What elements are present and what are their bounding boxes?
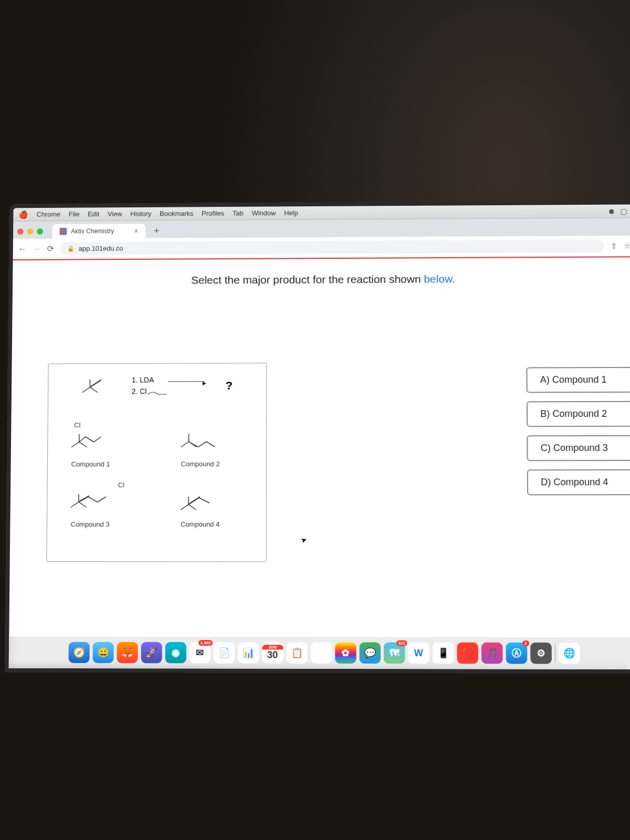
- menu-view[interactable]: View: [108, 210, 122, 218]
- lock-icon: 🔒: [67, 245, 75, 252]
- reaction-arrow-head: ▸: [203, 379, 206, 387]
- reload-button[interactable]: ⟳: [47, 244, 54, 254]
- menu-help[interactable]: Help: [284, 209, 298, 217]
- menu-tab[interactable]: Tab: [233, 209, 244, 217]
- dock-divider: [554, 644, 555, 663]
- dock-preview-icon[interactable]: 🖼: [310, 642, 331, 664]
- forward-button[interactable]: →: [33, 244, 41, 254]
- reagent-list: 1. LDA 2. Cl: [132, 374, 236, 397]
- maps-badge: 121: [396, 640, 407, 646]
- window-controls[interactable]: [17, 228, 43, 235]
- dock-reminders-icon[interactable]: 📋: [286, 642, 307, 663]
- compound-3-label: Compound 3: [71, 520, 110, 528]
- reagent-step1: 1. LDA: [132, 374, 236, 386]
- close-window-icon[interactable]: [17, 228, 24, 235]
- starting-material: [72, 369, 119, 401]
- dock-2-icon[interactable]: 🚫: [457, 643, 478, 664]
- answer-a-button[interactable]: A) Compound 1: [526, 367, 630, 393]
- answer-d-button[interactable]: D) Compound 4: [527, 469, 630, 495]
- compound-2-label: Compound 2: [181, 460, 219, 468]
- display-icon[interactable]: ▢: [620, 207, 627, 215]
- maximize-window-icon[interactable]: [37, 228, 43, 235]
- menu-profiles[interactable]: Profiles: [202, 209, 224, 217]
- dock-settings-icon[interactable]: ⚙: [530, 643, 552, 664]
- dock-messages-icon[interactable]: 💬: [359, 642, 380, 664]
- reagent-step2: 2. Cl: [132, 387, 147, 396]
- menu-window[interactable]: Window: [251, 209, 276, 217]
- dock-mail-icon[interactable]: ✉1,502: [189, 642, 210, 663]
- menu-bookmarks[interactable]: Bookmarks: [160, 209, 193, 217]
- dock-music-icon[interactable]: 🎵: [481, 643, 502, 664]
- back-button[interactable]: ←: [18, 244, 26, 254]
- tab-title: Aktiv Chemistry: [71, 227, 114, 235]
- answer-b-button[interactable]: B) Compound 2: [527, 401, 630, 427]
- compound-3-structure: [63, 484, 110, 515]
- dock-chrome-icon[interactable]: 🌐: [558, 643, 580, 664]
- compound-4-label: Compound 4: [181, 520, 219, 528]
- chrome-toolbar: ← → ⟳ 🔒 app.101edu.co ⇧ ☆: [13, 236, 630, 259]
- dock-safari-icon[interactable]: 🧭: [68, 642, 89, 663]
- store-badge: 2: [522, 640, 529, 646]
- dock-maps-icon[interactable]: 🗺121: [384, 643, 405, 664]
- dock-calendar-icon[interactable]: JUN30: [262, 642, 283, 663]
- cl-label-2: Cl: [118, 481, 124, 489]
- dock-1-icon[interactable]: 📱: [432, 643, 454, 664]
- dock-siri-icon[interactable]: ◉: [165, 642, 186, 663]
- menubar-status: ⏺ ▢: [607, 207, 630, 215]
- question-main: Select the major product for the reactio…: [191, 273, 424, 286]
- calendar-month: JUN: [262, 645, 283, 649]
- answer-c-button[interactable]: C) Compound 3: [527, 435, 630, 461]
- dock-finder-icon[interactable]: 😀: [92, 642, 113, 663]
- new-tab-button[interactable]: +: [150, 225, 163, 236]
- share-icon[interactable]: ⇧: [611, 241, 617, 250]
- dock-firefox-icon[interactable]: 🦊: [117, 642, 138, 663]
- question-link[interactable]: below.: [424, 273, 455, 285]
- apple-menu-icon[interactable]: 🍎: [18, 210, 28, 219]
- url-text: app.101edu.co: [79, 245, 123, 253]
- reaction-arrow-line: [168, 381, 205, 382]
- mouse-cursor-icon: ➤: [300, 534, 309, 544]
- bookmark-star-icon[interactable]: ☆: [624, 241, 630, 250]
- question-text: Select the major product for the reactio…: [28, 272, 621, 287]
- dock-textedit-icon[interactable]: 📄: [213, 642, 234, 663]
- tab-close-icon[interactable]: ×: [134, 227, 138, 235]
- calendar-day: 30: [267, 649, 278, 660]
- minimize-window-icon[interactable]: [27, 228, 34, 235]
- product-placeholder: ?: [226, 379, 233, 393]
- compound-2-structure: [173, 426, 220, 457]
- dock-photos-icon[interactable]: ✿: [335, 642, 356, 664]
- dock-appstore-icon[interactable]: Ⓐ2: [506, 643, 527, 664]
- dock-launchpad-icon[interactable]: 🚀: [141, 642, 162, 663]
- address-bar[interactable]: 🔒 app.101edu.co: [60, 239, 604, 255]
- page-content: Select the major product for the reactio…: [9, 256, 630, 669]
- menu-edit[interactable]: Edit: [88, 210, 99, 218]
- screen-record-icon[interactable]: ⏺: [607, 207, 615, 215]
- screen: 🍎 Chrome File Edit View History Bookmark…: [9, 204, 630, 669]
- dock-word-icon[interactable]: W: [408, 643, 429, 664]
- macos-dock[interactable]: 🧭 😀 🦊 🚀 ◉ ✉1,502 📄 📊 JUN30 📋 🖼 ✿ 💬 🗺121 …: [9, 636, 630, 669]
- compound-1-structure: [64, 424, 111, 455]
- reaction-panel: 1. LDA 2. Cl ▸ ? Cl Compound 1 Compound …: [46, 363, 267, 562]
- mail-badge: 1,502: [198, 640, 212, 646]
- laptop: 🍎 Chrome File Edit View History Bookmark…: [0, 200, 630, 840]
- browser-tab[interactable]: Aktiv Chemistry ×: [52, 224, 146, 238]
- tab-favicon-icon: [60, 228, 67, 235]
- menu-file[interactable]: File: [69, 210, 80, 218]
- menu-chrome[interactable]: Chrome: [37, 211, 61, 218]
- menu-history[interactable]: History: [130, 210, 151, 218]
- answer-choices: A) Compound 1 B) Compound 2 C) Compound …: [526, 367, 630, 496]
- compound-4-structure: [173, 486, 220, 518]
- compound-1-label: Compound 1: [71, 460, 110, 468]
- dock-numbers-icon[interactable]: 📊: [238, 642, 259, 663]
- screen-bezel: 🍎 Chrome File Edit View History Bookmark…: [5, 200, 630, 674]
